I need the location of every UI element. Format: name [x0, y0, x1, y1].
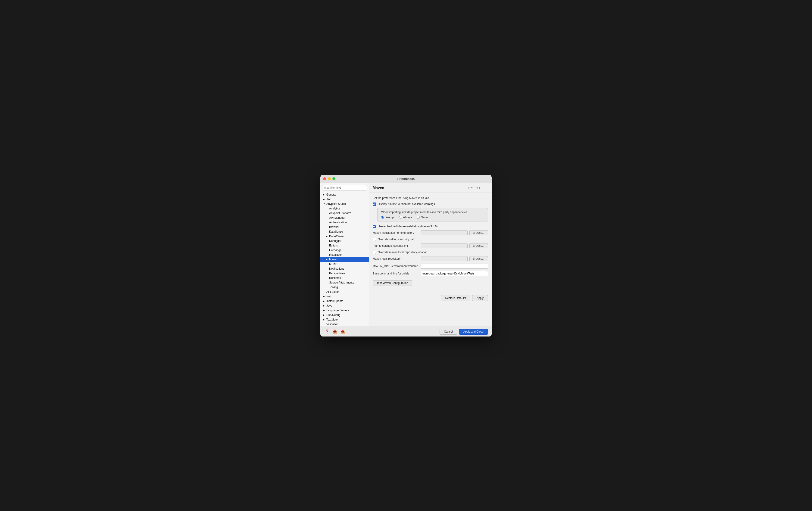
cancel-button[interactable]: Cancel — [440, 329, 457, 335]
import-radio-section: When importing include project modules a… — [377, 208, 488, 221]
sidebar-item-validation[interactable]: ▶ Validation — [320, 322, 369, 327]
security-path-browse-button[interactable]: Browse... — [469, 243, 488, 248]
radio-never[interactable] — [417, 216, 419, 219]
sidebar-item-installation[interactable]: ▶ Installation — [320, 252, 369, 257]
radio-always-label: Always — [403, 216, 412, 219]
sidebar-item-api-manager[interactable]: ▶ API Manager — [320, 215, 369, 220]
sidebar-item-browser[interactable]: ▶ Browser — [320, 225, 369, 229]
chevron-right-icon: ▶ — [323, 295, 325, 298]
sidebar-item-anypoint-studio[interactable]: ▶ Anypoint Studio — [320, 202, 369, 206]
footer-bar: ❓ 📥 📤 Cancel Apply and Close — [320, 327, 492, 336]
sidebar-item-label: Run/Debug — [326, 313, 341, 317]
sidebar-item-api-editor[interactable]: ▶ API Editor — [320, 290, 369, 294]
sidebar-item-tooling[interactable]: ▶ Tooling — [320, 285, 369, 290]
test-maven-button[interactable]: Test Maven Configuration — [373, 280, 412, 286]
display-runtime-warning-row: Display runtime version not available wa… — [373, 203, 488, 206]
panel-body: Set the preferences for using Maven in S… — [369, 193, 492, 327]
sidebar-item-debugger[interactable]: ▶ Debugger — [320, 239, 369, 243]
sidebar-item-runtimes[interactable]: ▶ Runtimes — [320, 276, 369, 280]
maven-home-input[interactable] — [421, 230, 468, 235]
apply-close-button[interactable]: Apply and Close — [459, 329, 488, 335]
sidebar-item-datasense[interactable]: ▶ DataSense — [320, 229, 369, 234]
sidebar-item-label: Exchange — [329, 248, 341, 252]
help-button[interactable]: ❓ — [324, 329, 330, 334]
search-input[interactable] — [322, 185, 367, 190]
security-path-row: Path to settings_security.xml Browse... — [373, 243, 488, 248]
sidebar-item-language-servers[interactable]: ▶ Language Servers — [320, 308, 369, 313]
sidebar-item-label: Installation — [329, 253, 342, 257]
back-dropdown-icon: ▼ — [471, 187, 473, 189]
sidebar-item-notifications[interactable]: ▶ Notifications — [320, 266, 369, 271]
base-command-input[interactable] — [421, 271, 488, 276]
close-button[interactable] — [323, 177, 326, 180]
sidebar-item-dataweave[interactable]: ▶ DataWeave — [320, 234, 369, 239]
sidebar-item-perspectives[interactable]: ▶ Perspectives — [320, 271, 369, 276]
tree-container: ▶ General ▶ Ant ▶ Anypoint Studio ▶ Anal… — [320, 192, 369, 327]
display-runtime-checkbox[interactable] — [373, 203, 376, 206]
sidebar-item-install-update[interactable]: ▶ Install/Update — [320, 299, 369, 303]
sidebar-item-label: Source Attachments — [329, 281, 354, 284]
radio-prompt[interactable] — [381, 216, 384, 219]
chevron-right-icon: ▶ — [323, 193, 325, 196]
sidebar-item-label: Install/Update — [326, 299, 343, 303]
import-button[interactable]: 📥 — [332, 329, 338, 334]
sidebar-item-label: Perspectives — [329, 272, 345, 275]
sidebar-item-label: DataWeave — [329, 235, 344, 238]
maven-home-browse-button[interactable]: Browse... — [469, 230, 488, 235]
sidebar-item-ant[interactable]: ▶ Ant — [320, 197, 369, 202]
panel-title: Maven — [373, 186, 384, 190]
sidebar-item-label: Browser — [329, 226, 339, 229]
header-actions: ⬅ ▼ ➡ ▼ ⋮ — [467, 185, 488, 191]
apply-button[interactable]: Apply — [472, 295, 488, 301]
minimize-button[interactable] — [328, 177, 331, 180]
chevron-down-icon: ▶ — [323, 203, 325, 205]
sidebar-item-maven[interactable]: ▶ Maven — [320, 257, 369, 262]
radio-never-option[interactable]: Never — [417, 216, 428, 219]
description-text: Set the preferences for using Maven in S… — [373, 197, 488, 200]
sidebar-item-java[interactable]: ▶ Java — [320, 303, 369, 308]
override-local-repo-checkbox[interactable] — [373, 251, 376, 254]
back-button[interactable]: ⬅ ▼ — [467, 186, 474, 190]
embedded-maven-checkbox[interactable] — [373, 225, 376, 228]
sidebar-item-textmate[interactable]: ▶ TextMate — [320, 317, 369, 322]
local-repo-browse-button[interactable]: Browse... — [469, 256, 488, 261]
sidebar-item-munit[interactable]: ▶ MUnit — [320, 262, 369, 266]
footer-left-actions: ❓ 📥 📤 — [324, 329, 346, 334]
radio-always[interactable] — [399, 216, 402, 219]
security-path-input[interactable] — [421, 243, 468, 248]
more-options-button[interactable]: ⋮ — [483, 185, 488, 191]
sidebar-item-analytics[interactable]: ▶ Analytics — [320, 206, 369, 211]
forward-arrow-icon: ➡ — [476, 186, 478, 189]
right-panel: Maven ⬅ ▼ ➡ ▼ ⋮ Set the preferences for … — [369, 183, 492, 327]
override-security-label: Override settings security path — [378, 238, 415, 241]
titlebar-buttons — [323, 177, 336, 180]
maven-opts-row: MAVEN_OPTS environment variable — [373, 264, 488, 269]
sidebar-item-help[interactable]: ▶ Help — [320, 294, 369, 299]
radio-prompt-option[interactable]: Prompt — [381, 216, 395, 219]
chevron-right-icon: ▶ — [323, 305, 325, 307]
sidebar-item-general[interactable]: ▶ General — [320, 192, 369, 197]
sidebar-item-editors[interactable]: ▶ Editors — [320, 243, 369, 248]
sidebar-item-label: Authentication — [329, 221, 347, 224]
sidebar-item-anypoint-platform[interactable]: ▶ Anypoint Platform — [320, 211, 369, 215]
sidebar-item-run-debug[interactable]: ▶ Run/Debug — [320, 313, 369, 317]
sidebar-item-label: Runtimes — [329, 276, 341, 279]
sidebar-item-label: Java — [326, 304, 332, 307]
restore-defaults-button[interactable]: Restore Defaults — [441, 295, 470, 301]
panel-action-row: Restore Defaults Apply — [373, 295, 488, 301]
local-repo-input[interactable] — [421, 256, 468, 261]
override-security-checkbox[interactable] — [373, 238, 376, 241]
chevron-right-icon: ▶ — [323, 314, 325, 316]
sidebar-item-source-attachments[interactable]: ▶ Source Attachments — [320, 280, 369, 285]
export-button[interactable]: 📤 — [340, 329, 346, 334]
forward-button[interactable]: ➡ ▼ — [475, 186, 482, 190]
import-radio-description: When importing include project modules a… — [381, 211, 484, 214]
sidebar-item-label: Tooling — [329, 285, 338, 289]
radio-always-option[interactable]: Always — [399, 216, 412, 219]
maximize-button[interactable] — [332, 177, 336, 180]
sidebar-item-exchange[interactable]: ▶ Exchange — [320, 248, 369, 252]
maven-opts-input[interactable] — [421, 264, 488, 269]
chevron-right-icon: ▶ — [323, 309, 325, 311]
sidebar-item-authentication[interactable]: ▶ Authentication — [320, 220, 369, 225]
window-title: Preferences — [398, 177, 414, 181]
